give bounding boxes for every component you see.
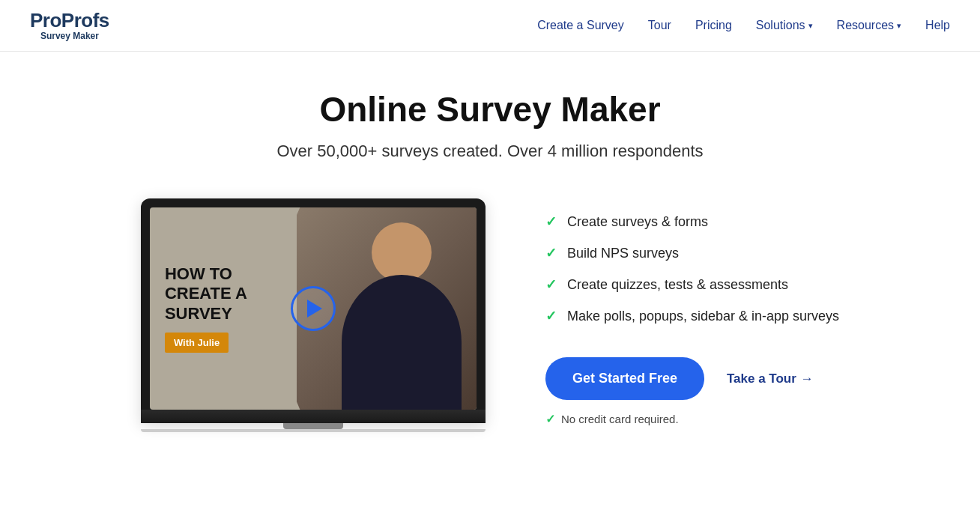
main-nav: Create a Survey Tour Pricing Solutions ▾… (537, 19, 950, 32)
nav-create-survey[interactable]: Create a Survey (537, 19, 624, 32)
take-a-tour-link[interactable]: Take a Tour → (727, 371, 814, 386)
play-triangle-icon (307, 300, 322, 318)
nav-resources[interactable]: Resources ▾ (837, 19, 901, 32)
laptop-screen: HOW TO CREATE A SURVEY With Julie (150, 207, 477, 410)
cta-row: Get Started Free Take a Tour → (545, 357, 839, 400)
laptop-stand (283, 423, 343, 429)
feature-text-1: Create surveys & forms (567, 214, 708, 230)
check-icon-2: ✓ (545, 245, 557, 261)
hero-title: Online Survey Maker (319, 89, 660, 130)
feature-item-3: ✓ Create quizzes, tests & assessments (545, 276, 839, 293)
check-icon-3: ✓ (545, 276, 557, 293)
video-text-overlay: HOW TO CREATE A SURVEY With Julie (165, 264, 247, 353)
site-header: ProProfs Survey Maker Create a Survey To… (0, 0, 980, 52)
laptop-foot (141, 429, 486, 432)
laptop-base (141, 410, 486, 423)
nav-tour[interactable]: Tour (648, 19, 671, 32)
get-started-button[interactable]: Get Started Free (545, 357, 704, 400)
nav-pricing[interactable]: Pricing (695, 19, 732, 32)
check-icon-4: ✓ (545, 308, 557, 324)
hero-section: Online Survey Maker Over 50,000+ surveys… (0, 52, 980, 432)
feature-item-2: ✓ Build NPS surveys (545, 245, 839, 261)
hero-subtitle: Over 50,000+ surveys created. Over 4 mil… (276, 142, 703, 161)
tour-arrow-icon: → (801, 371, 814, 386)
video-title: HOW TO CREATE A SURVEY (165, 264, 247, 324)
hero-content: HOW TO CREATE A SURVEY With Julie (0, 198, 980, 432)
resources-chevron-icon: ▾ (897, 21, 901, 31)
logo-subtitle: Survey Maker (30, 31, 109, 40)
no-credit-row: ✓ No credit card required. (545, 412, 839, 426)
feature-text-3: Create quizzes, tests & assessments (567, 277, 788, 293)
nav-help[interactable]: Help (925, 19, 950, 32)
feature-item-1: ✓ Create surveys & forms (545, 213, 839, 230)
person-face (372, 222, 432, 282)
feature-item-4: ✓ Make polls, popups, sidebar & in-app s… (545, 308, 839, 324)
check-icon-1: ✓ (545, 213, 557, 230)
feature-text-2: Build NPS surveys (567, 246, 679, 261)
video-badge: With Julie (165, 333, 229, 353)
nav-solutions[interactable]: Solutions ▾ (756, 19, 813, 32)
logo-text: ProProfs (30, 10, 109, 30)
video-section: HOW TO CREATE A SURVEY With Julie (141, 198, 486, 432)
no-credit-check-icon: ✓ (545, 412, 555, 426)
logo-profs-span: Profs (61, 9, 109, 31)
logo-pro-span: Pro (30, 9, 61, 31)
play-button[interactable] (291, 286, 336, 331)
person-body (342, 275, 462, 410)
solutions-chevron-icon: ▾ (808, 21, 813, 31)
feature-text-4: Make polls, popups, sidebar & in-app sur… (567, 309, 839, 324)
features-side: ✓ Create surveys & forms ✓ Build NPS sur… (545, 198, 839, 426)
laptop-frame: HOW TO CREATE A SURVEY With Julie (141, 198, 486, 423)
no-credit-text: No credit card required. (561, 413, 679, 425)
logo[interactable]: ProProfs Survey Maker (30, 10, 109, 40)
